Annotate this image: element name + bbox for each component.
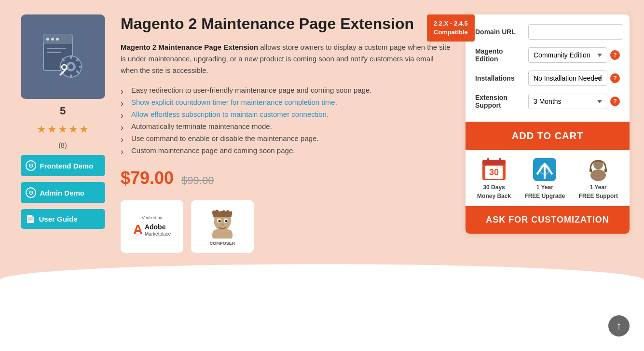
magento-edition-help-icon[interactable]: ? — [610, 50, 620, 60]
installations-label: Installations — [475, 74, 523, 82]
book-icon: 📄 — [26, 214, 35, 224]
extension-support-row: Extension Support 3 Months 6 Months 12 M… — [475, 94, 620, 109]
magento-edition-row: Magento Edition Community Edition Enterp… — [475, 47, 620, 63]
frontend-demo-button[interactable]: ⊙ Frontend Demo — [21, 155, 105, 176]
verified-by-text: Verified by — [142, 215, 162, 220]
extension-support-help-icon[interactable]: ? — [610, 97, 620, 106]
magento-edition-label: Magento Edition — [475, 47, 523, 63]
add-to-cart-button[interactable]: ADD TO CART — [466, 122, 630, 150]
domain-url-row: Domain URL — [475, 24, 620, 40]
svg-rect-32 — [499, 158, 501, 163]
svg-rect-11 — [70, 74, 72, 78]
svg-rect-10 — [70, 55, 72, 59]
svg-point-25 — [221, 224, 224, 225]
adobe-logo-icon: A — [133, 222, 143, 238]
feature-item: Show explicit countdown timer for mainte… — [121, 96, 451, 108]
svg-rect-28 — [482, 160, 506, 165]
compat-badge: 2.2.X - 2.4.5 Compatible — [427, 14, 475, 42]
price-row: $79.00 $99.00 — [121, 168, 451, 188]
free-support-badge: 1 Year FREE Support — [579, 157, 618, 199]
svg-rect-5 — [47, 48, 66, 49]
svg-point-24 — [225, 220, 228, 223]
trust-badges: 30 30 Days Money Back — [466, 150, 630, 206]
adobe-badge: Verified by A Adobe Marketplace — [121, 200, 183, 253]
ask-customization-button[interactable]: ASK FOR CUSTOMIZATION — [466, 206, 630, 234]
domain-url-label: Domain URL — [475, 28, 523, 36]
admin-demo-button[interactable]: ⊙ Admin Demo — [21, 182, 105, 203]
feature-item: Allow effortless subscription to maintai… — [121, 108, 451, 120]
installations-help-icon[interactable]: ? — [610, 73, 620, 83]
admin-icon: ⊙ — [26, 187, 36, 198]
price-original: $99.00 — [181, 174, 214, 187]
svg-rect-6 — [47, 52, 61, 53]
scroll-to-top-button[interactable]: ↑ — [608, 315, 630, 337]
feature-item: Custom maintenance page and coming soon … — [121, 144, 451, 156]
svg-rect-31 — [487, 158, 489, 163]
feature-item: Automatically terminate maintenance mode… — [121, 120, 451, 132]
adobe-name-text: Adobe — [145, 224, 171, 231]
product-title: Magento 2 Maintenance Page Extension — [121, 14, 451, 33]
badges-row: Verified by A Adobe Marketplace — [121, 200, 451, 253]
domain-url-input[interactable] — [528, 24, 623, 40]
svg-rect-38 — [589, 168, 592, 172]
svg-text:COMPOSER: COMPOSER — [210, 241, 235, 246]
sidebar-card: Domain URL Magento Edition Community Edi… — [466, 14, 630, 234]
product-description: Magento 2 Maintenance Page Extension all… — [121, 42, 451, 76]
svg-rect-13 — [79, 66, 82, 68]
installations-select[interactable]: No Installation Needed With Installation — [528, 70, 607, 86]
svg-rect-39 — [604, 168, 607, 172]
adobe-sub-text: Marketplace — [145, 231, 171, 237]
svg-point-23 — [219, 220, 221, 223]
svg-point-37 — [590, 169, 606, 181]
svg-text:30: 30 — [489, 168, 499, 177]
magento-edition-select[interactable]: Community Edition Enterprise Edition — [528, 47, 607, 63]
product-icon-box — [21, 14, 105, 99]
money-back-badge: 30 30 Days Money Back — [477, 157, 511, 199]
play-icon: ⊙ — [26, 160, 36, 171]
features-list: Easy redirection to user-friendly mainte… — [121, 84, 451, 156]
reviews-count: (8) — [58, 141, 67, 149]
free-upgrade-badge: 1 Year FREE Upgrade — [524, 157, 565, 199]
svg-point-2 — [46, 38, 49, 41]
rating-number: 5 — [60, 105, 66, 117]
extension-support-label: Extension Support — [475, 94, 523, 109]
composer-badge: COMPOSER — [191, 200, 254, 253]
svg-point-4 — [56, 38, 59, 41]
feature-item: Use command to enable or disable the mai… — [121, 132, 451, 144]
svg-point-9 — [69, 64, 73, 69]
stars: ★★★★★ — [37, 123, 89, 136]
feature-item: Easy redirection to user-friendly mainte… — [121, 84, 451, 96]
extension-support-select[interactable]: 3 Months 6 Months 12 Months — [528, 94, 607, 109]
user-guide-button[interactable]: 📄 User Guide — [21, 209, 105, 229]
installations-row: Installations No Installation Needed Wit… — [475, 70, 620, 86]
price-current: $79.00 — [121, 168, 174, 188]
svg-point-3 — [51, 38, 54, 41]
